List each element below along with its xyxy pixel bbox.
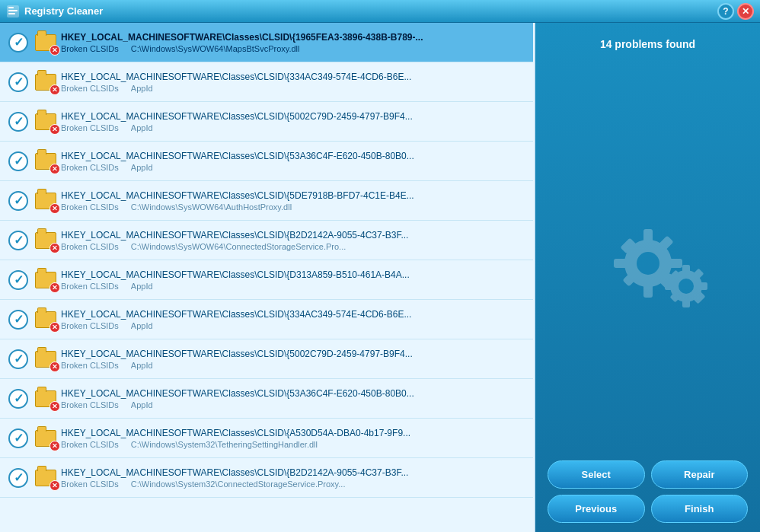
item-title: HKEY_LOCAL_MACHINESOFTWARE\Classes\CLSID… <box>61 428 527 438</box>
error-badge: ✕ <box>49 243 60 253</box>
item-category: Broken CLSIDs <box>61 321 119 330</box>
item-meta: Broken CLSIDs AppId <box>61 400 527 409</box>
item-path: AppId <box>131 321 153 330</box>
list-item[interactable]: ✓ ✕ HKEY_LOCAL_MACHINESOFTWARE\Classes\C… <box>0 260 533 300</box>
item-content: HKEY_LOCAL_MACHINESOFTWARE\Classes\CLSID… <box>61 388 527 409</box>
repair-button[interactable]: Repair <box>651 460 749 489</box>
select-button[interactable]: Select <box>548 460 645 489</box>
list-scroll[interactable]: ✓ ✕ HKEY_LOCAL_MACHINESOFTWARE\Classes\C… <box>0 23 535 532</box>
check-circle[interactable]: ✓ <box>8 72 28 92</box>
item-meta: Broken CLSIDs C:\Windows\SysWOW64\Connec… <box>61 242 527 251</box>
check-area: ✓ <box>6 191 30 211</box>
check-circle[interactable]: ✓ <box>8 468 28 488</box>
app-icon <box>6 5 20 18</box>
check-circle[interactable]: ✓ <box>8 349 28 369</box>
registry-icon: ✕ <box>34 427 57 450</box>
svg-rect-19 <box>697 282 707 290</box>
check-circle[interactable]: ✓ <box>8 33 28 53</box>
check-area: ✓ <box>6 33 30 53</box>
item-category: Broken CLSIDs <box>61 242 119 251</box>
svg-rect-16 <box>682 265 690 276</box>
check-circle[interactable]: ✓ <box>8 428 28 448</box>
item-title: HKEY_LOCAL_MACHINESOFTWARE\Classes\CLSID… <box>61 151 527 161</box>
list-item[interactable]: ✓ ✕ HKEY_LOCAL_MACHINESOFTWARE\Classes\C… <box>0 339 533 379</box>
list-item[interactable]: ✓ ✕ HKEY_LOCAL_MACHINESOFTWARE\Classes\C… <box>0 300 533 339</box>
error-badge: ✕ <box>49 362 60 372</box>
list-item[interactable]: ✓ ✕ HKEY_LOCAL_MACHINESOFTWARE\Classes\C… <box>0 181 533 221</box>
item-category: Broken CLSIDs <box>61 84 119 93</box>
check-area: ✓ <box>6 231 30 250</box>
previous-button[interactable]: Previous <box>548 495 645 523</box>
help-button[interactable]: ? <box>717 3 734 20</box>
icon-area: ✕ <box>30 150 61 173</box>
registry-icon: ✕ <box>34 71 57 94</box>
check-circle[interactable]: ✓ <box>8 310 28 330</box>
window-title: Registry Cleaner <box>24 5 717 17</box>
registry-icon: ✕ <box>34 31 57 54</box>
item-meta: Broken CLSIDs AppId <box>61 282 527 291</box>
icon-area: ✕ <box>30 110 61 133</box>
item-meta: Broken CLSIDs AppId <box>61 123 527 132</box>
icon-area: ✕ <box>30 308 61 331</box>
finish-button[interactable]: Finish <box>651 495 749 523</box>
list-item[interactable]: ✓ ✕ HKEY_LOCAL_MACHINESOFTWARE\Classes\C… <box>0 23 533 62</box>
icon-area: ✕ <box>30 190 61 212</box>
check-circle[interactable]: ✓ <box>8 389 28 409</box>
registry-icon: ✕ <box>34 190 57 212</box>
icon-area: ✕ <box>30 387 61 410</box>
svg-rect-18 <box>665 282 675 290</box>
list-item[interactable]: ✓ ✕ HKEY_LOCAL_MACHINESOFTWARE\Classes\C… <box>0 379 533 419</box>
error-badge: ✕ <box>49 124 60 135</box>
item-path: AppId <box>131 163 153 172</box>
item-meta: Broken CLSIDs AppId <box>61 321 527 330</box>
item-meta: Broken CLSIDs C:\Windows\SysWOW64\MapsBt… <box>61 44 527 53</box>
item-content: HKEY_LOCAL_MACHINESOFTWARE\Classes\CLSID… <box>61 111 527 132</box>
check-circle[interactable]: ✓ <box>8 151 28 171</box>
item-title: HKEY_LOCAL_MACHINESOFTWARE\Classes\CLSID… <box>61 388 527 399</box>
svg-point-5 <box>637 252 659 275</box>
icon-area: ✕ <box>30 467 61 489</box>
item-category: Broken CLSIDs <box>61 361 119 370</box>
item-meta: Broken CLSIDs AppId <box>61 163 527 172</box>
check-circle[interactable]: ✓ <box>8 231 28 250</box>
item-content: HKEY_LOCAL_MACHINESOFTWARE\Classes\CLSID… <box>61 349 527 370</box>
svg-rect-7 <box>643 284 653 298</box>
list-item[interactable]: ✓ ✕ HKEY_LOCAL_MACHINESOFTWARE\Classes\C… <box>0 221 533 260</box>
check-area: ✓ <box>6 428 30 448</box>
icon-area: ✕ <box>30 348 61 371</box>
item-title: HKEY_LOCAL_MACHINESOFTWARE\Classes\CLSID… <box>61 111 527 122</box>
check-area: ✓ <box>6 310 30 330</box>
svg-rect-2 <box>8 10 18 11</box>
list-item[interactable]: ✓ ✕ HKEY_LOCAL_MACHINESOFTWARE\Classes\C… <box>0 102 533 142</box>
item-path: AppId <box>131 282 153 291</box>
main-content: ✓ ✕ HKEY_LOCAL_MACHINESOFTWARE\Classes\C… <box>0 23 760 532</box>
registry-icon: ✕ <box>34 348 57 371</box>
list-item[interactable]: ✓ ✕ HKEY_LOCAL_MACHINESOFTWARE\Classes\C… <box>0 62 533 102</box>
error-badge: ✕ <box>49 401 60 412</box>
right-panel: 14 problems found <box>535 23 760 532</box>
item-title: HKEY_LOCAL_MACHINESOFTWARE\Classes\CLSID… <box>61 72 527 82</box>
window-controls: ? ✕ <box>717 3 754 20</box>
list-item[interactable]: ✓ ✕ HKEY_LOCAL_MACHINESOFTWARE\Classes\C… <box>0 458 533 498</box>
registry-icon: ✕ <box>34 467 57 489</box>
svg-point-15 <box>679 279 694 294</box>
item-path: C:\Windows\SysWOW64\ConnectedStorageServ… <box>131 242 346 251</box>
item-category: Broken CLSIDs <box>61 44 119 53</box>
check-circle[interactable]: ✓ <box>8 270 28 290</box>
item-title: HKEY_LOCAL_MACHINESOFTWARE\Classes\CLSID… <box>61 190 527 201</box>
item-meta: Broken CLSIDs C:\Windows\SysWOW64\AuthHo… <box>61 202 527 212</box>
check-circle[interactable]: ✓ <box>8 191 28 211</box>
item-category: Broken CLSIDs <box>61 479 119 489</box>
check-circle[interactable]: ✓ <box>8 112 28 132</box>
item-content: HKEY_LOCAL_MACHINESOFTWARE\Classes\CLSID… <box>61 190 527 212</box>
item-content: HKEY_LOCAL_MACHINESOFTWARE\Classes\CLSID… <box>61 269 527 291</box>
close-button[interactable]: ✕ <box>737 3 754 20</box>
item-path: C:\Windows\SysWOW64\MapsBtSvcProxy.dll <box>131 44 300 53</box>
item-meta: Broken CLSIDs AppId <box>61 84 527 93</box>
list-item[interactable]: ✓ ✕ HKEY_LOCAL_MACHINESOFTWARE\Classes\C… <box>0 142 533 181</box>
item-title: HKEY_LOCAL_MACHINESOFTWARE\Classes\CLSID… <box>61 230 527 241</box>
list-item[interactable]: ✓ ✕ HKEY_LOCAL_MACHINESOFTWARE\Classes\C… <box>0 419 533 458</box>
check-area: ✓ <box>6 151 30 171</box>
item-category: Broken CLSIDs <box>61 123 119 132</box>
registry-icon: ✕ <box>34 150 57 173</box>
